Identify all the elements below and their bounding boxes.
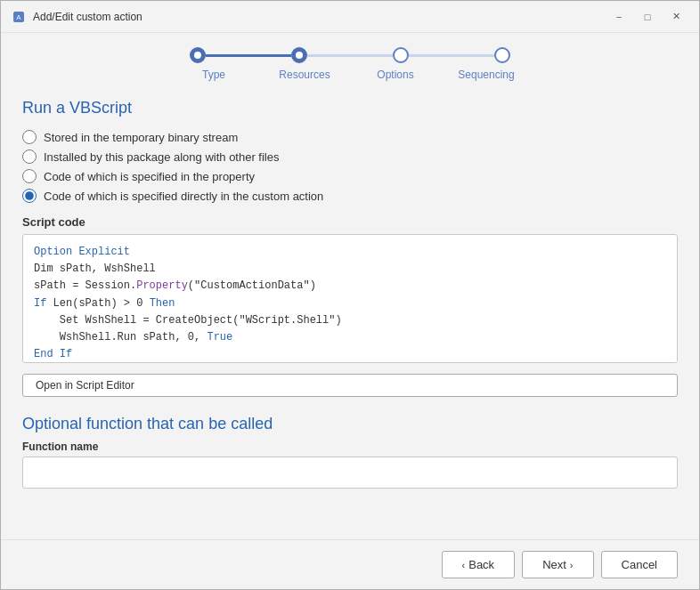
- title-bar-left: A Add/Edit custom action: [12, 10, 142, 24]
- radio-label-1: Stored in the temporary binary stream: [44, 131, 238, 144]
- step-label-resources: Resources: [273, 69, 336, 81]
- radio-item-2[interactable]: Installed by this package along with oth…: [22, 150, 678, 164]
- footer: ‹ Back Next › Cancel: [1, 539, 699, 589]
- cancel-button[interactable]: Cancel: [601, 551, 678, 578]
- main-window: A Add/Edit custom action − □ ✕ Type: [0, 0, 700, 590]
- code-line-4: If Len(sPath) > 0 Then: [34, 295, 666, 312]
- close-button[interactable]: ✕: [663, 7, 688, 27]
- open-script-editor-button[interactable]: Open in Script Editor: [22, 374, 678, 397]
- back-button[interactable]: ‹ Back: [442, 551, 516, 578]
- step-line-2: [307, 54, 393, 57]
- step-label-sequencing: Sequencing: [455, 69, 517, 81]
- optional-title: Optional function that can be called: [22, 415, 678, 433]
- next-button[interactable]: Next ›: [522, 551, 593, 578]
- step-label-options: Options: [364, 69, 427, 81]
- radio-item-4[interactable]: Code of which is specified directly in t…: [22, 189, 678, 203]
- app-icon: A: [12, 10, 26, 24]
- step-line-3: [409, 54, 494, 57]
- stepper-labels: Type Resources Options Sequencing: [190, 69, 510, 81]
- main-content: Type Resources Options Sequencing Run a …: [1, 33, 699, 539]
- function-label: Function name: [22, 440, 678, 453]
- svg-text:A: A: [16, 13, 21, 21]
- code-line-7: End If: [34, 346, 666, 363]
- radio-item-1[interactable]: Stored in the temporary binary stream: [22, 130, 678, 144]
- code-line-3: sPath = Session.Property("CustomActionDa…: [34, 278, 666, 295]
- next-label: Next: [542, 558, 566, 571]
- step-dot-type: [190, 47, 206, 63]
- code-line-5: Set WshShell = CreateObject("WScript.She…: [34, 312, 666, 329]
- radio-property[interactable]: [22, 169, 37, 183]
- code-line-1: Option Explicit: [34, 244, 666, 261]
- radio-stored[interactable]: [22, 130, 37, 144]
- minimize-button[interactable]: −: [606, 7, 631, 27]
- script-code-label: Script code: [22, 215, 678, 229]
- radio-group: Stored in the temporary binary stream In…: [22, 130, 678, 203]
- radio-label-3: Code of which is specified in the proper…: [44, 170, 255, 183]
- step-label-type: Type: [183, 69, 245, 81]
- radio-installed[interactable]: [22, 150, 37, 164]
- next-chevron-icon: ›: [570, 560, 574, 570]
- radio-label-2: Installed by this package along with oth…: [44, 150, 280, 164]
- title-bar-controls: − □ ✕: [606, 7, 688, 27]
- radio-item-3[interactable]: Code of which is specified in the proper…: [22, 169, 678, 183]
- maximize-button[interactable]: □: [635, 7, 660, 27]
- code-line-6: WshShell.Run sPath, 0, True: [34, 329, 666, 346]
- stepper-track: [190, 47, 510, 63]
- back-label: Back: [468, 558, 494, 571]
- code-line-2: Dim sPath, WshShell: [34, 261, 666, 278]
- window-title: Add/Edit custom action: [33, 11, 142, 23]
- radio-label-4: Code of which is specified directly in t…: [44, 190, 323, 203]
- step-dot-sequencing: [494, 47, 510, 63]
- back-chevron-icon: ‹: [462, 560, 466, 570]
- section-title: Run a VBScript: [22, 99, 678, 117]
- step-dot-options: [393, 47, 409, 63]
- radio-direct[interactable]: [22, 189, 37, 203]
- code-editor[interactable]: Option Explicit Dim sPath, WshShell sPat…: [22, 234, 678, 363]
- title-bar: A Add/Edit custom action − □ ✕: [1, 1, 699, 33]
- step-line-1: [206, 54, 291, 57]
- step-dot-resources: [291, 47, 307, 63]
- stepper: Type Resources Options Sequencing: [22, 47, 678, 81]
- cancel-label: Cancel: [622, 558, 657, 571]
- function-name-input[interactable]: [22, 457, 678, 489]
